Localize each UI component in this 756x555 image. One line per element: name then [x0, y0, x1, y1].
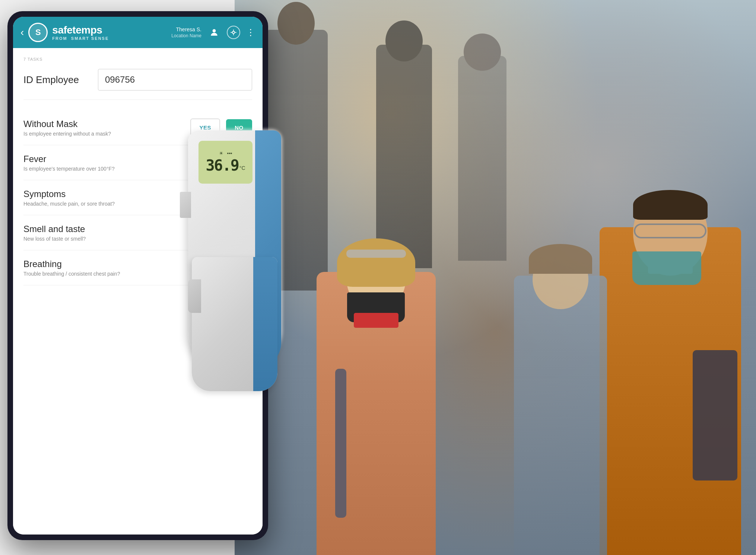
app-logo: S [28, 23, 48, 42]
thermo-unit: °C [239, 165, 245, 171]
more-menu-icon[interactable]: ⋮ [246, 27, 255, 38]
svg-point-1 [232, 31, 235, 34]
brand-name-container: safetemps FROM SMART SENSE [52, 24, 109, 41]
thermo-sun-icon: ☀ [219, 150, 223, 156]
backpack-strap [335, 369, 346, 518]
location-name: Location Name [171, 33, 201, 38]
brand-main-text: safetemps [52, 24, 109, 36]
brand-from: FROM [52, 36, 67, 41]
checklist-title-fever: Fever [23, 154, 184, 164]
checklist-text-without-mask: Without Mask Is employee entering withou… [23, 119, 184, 137]
app-header: ‹ S safetemps FROM SMART SENSE Theresa S… [13, 17, 263, 48]
bg-person-head-3 [464, 34, 501, 71]
bg-person-figure-3 [458, 56, 506, 261]
man-figure [600, 183, 741, 555]
tasks-label: 7 TASKS [23, 57, 252, 61]
user-avatar-icon[interactable] [207, 26, 221, 39]
checklist-text-smell-taste: Smell and taste New loss of taste or sme… [23, 224, 184, 242]
user-name: Theresa S. [176, 26, 201, 32]
checklist-title-without-mask: Without Mask [23, 119, 184, 129]
thermo-battery-icon: ▪▪▪ [227, 150, 232, 156]
thermometer: ☀ ▪▪▪ 36.9 °C [182, 130, 287, 391]
thermo-status-icons: ☀ ▪▪▪ [219, 150, 232, 156]
checklist-title-smell-taste: Smell and taste [23, 224, 184, 234]
thermo-handle [192, 257, 277, 391]
user-info: Theresa S. Location Name [171, 26, 201, 38]
woman-figure [317, 231, 436, 555]
checklist-title-breathing: Breathing [23, 259, 184, 269]
checklist-text-breathing: Breathing Trouble breathing / consistent… [23, 259, 184, 277]
svg-point-0 [213, 29, 216, 32]
gray-jacket-person [514, 276, 607, 555]
checklist-subtitle-symptoms: Headache, muscle pain, or sore throat? [23, 201, 184, 207]
gray-person-hair [529, 244, 592, 274]
checklist-subtitle-breathing: Trouble breathing / consistent chest pai… [23, 271, 184, 277]
location-icon[interactable] [227, 26, 240, 39]
checklist-subtitle-without-mask: Is employee entering without a mask? [23, 131, 184, 137]
background-photo [235, 0, 756, 555]
man-face-mask [632, 251, 701, 285]
id-employee-row: ID Employee [23, 69, 252, 100]
brand-sub-text: FROM SMART SENSE [52, 36, 109, 41]
checklist-title-symptoms: Symptoms [23, 189, 184, 199]
checklist-text-fever: Fever Is employee's temperature over 100… [23, 154, 184, 172]
bg-person-head-1 [277, 2, 315, 45]
thermo-nozzle [180, 192, 191, 218]
header-left: ‹ S safetemps FROM SMART SENSE [20, 23, 109, 42]
brand-sense: SMART SENSE [71, 36, 109, 41]
woman-hair [337, 238, 415, 287]
header-right: Theresa S. Location Name [171, 26, 255, 39]
checklist-text-symptoms: Symptoms Headache, muscle pain, or sore … [23, 189, 184, 207]
thermo-handle-blue [253, 257, 277, 391]
thermo-trigger [188, 279, 201, 313]
checklist-subtitle-smell-taste: New loss of taste or smell? [23, 236, 184, 242]
id-employee-input[interactable] [98, 69, 252, 91]
back-button[interactable]: ‹ [20, 26, 24, 38]
man-glasses [634, 223, 706, 238]
thermo-screen: ☀ ▪▪▪ 36.9 °C [198, 141, 252, 184]
bg-person-head-2 [385, 20, 423, 61]
man-backpack [693, 350, 737, 481]
checklist-subtitle-fever: Is employee's temperature over 100°F? [23, 166, 184, 172]
woman-sunglasses [346, 250, 406, 258]
red-scarf [354, 313, 398, 328]
thermo-temperature: 36.9 [206, 157, 238, 174]
man-hair [633, 190, 708, 220]
thermo-reading: 36.9 °C [206, 157, 245, 174]
id-employee-label: ID Employee [23, 74, 90, 86]
